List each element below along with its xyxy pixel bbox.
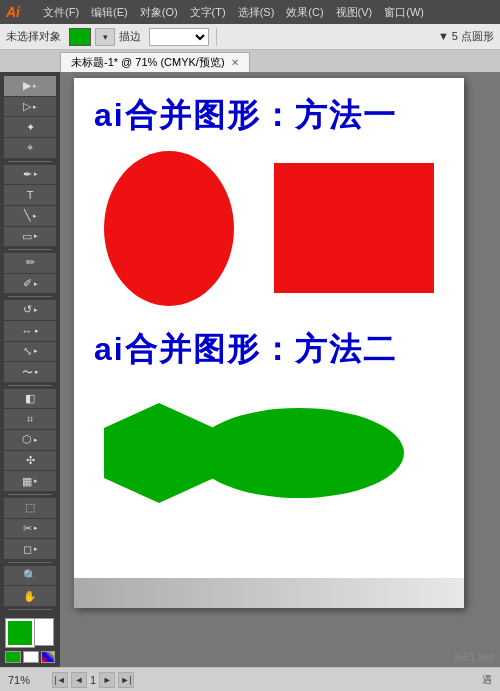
gradient-indicator[interactable] xyxy=(41,651,55,663)
tool-separator-3 xyxy=(8,296,52,297)
menu-select[interactable]: 选择(S) xyxy=(233,3,280,22)
reflect-sub-icon: ▸ xyxy=(35,327,39,335)
type-tool-btn[interactable]: T xyxy=(4,185,56,205)
stroke-indicator[interactable] xyxy=(23,651,39,663)
mesh-btn[interactable]: ⌗ xyxy=(4,409,56,429)
color-area[interactable] xyxy=(4,617,56,648)
direct-select-icon: ▷ xyxy=(23,100,31,113)
canvas-container: ai合并图形：方法一 ai合并图形：方法二 xyxy=(60,72,500,667)
options-bar: 未选择对象 ▾ 描边 ▼ 5 点圆形 xyxy=(0,24,500,50)
pencil-btn[interactable]: ✐ ▸ xyxy=(4,274,56,294)
stroke-dropdown[interactable] xyxy=(149,28,209,46)
green-merged-shape[interactable] xyxy=(104,393,414,513)
title-bar: Ai 文件(F) 编辑(E) 对象(O) 文字(T) 选择(S) 效果(C) 视… xyxy=(0,0,500,24)
fill-indicator[interactable] xyxy=(5,651,21,663)
green-ellipse-shape xyxy=(194,408,404,498)
page-number: 1 xyxy=(90,674,96,686)
reflect-icon: ↔ xyxy=(22,325,33,337)
artboard-btn[interactable]: ⬚ xyxy=(4,498,56,518)
foreground-color-swatch[interactable] xyxy=(6,619,34,647)
left-toolbar: ▶ ▸ ▷ ▸ ✦ ⌖ ✒ ▸ T ╲ ▸ ▭ ▸ ✏ xyxy=(0,72,60,667)
separator xyxy=(216,28,217,46)
scale-btn[interactable]: ⤡ ▸ xyxy=(4,342,56,362)
tab-bar: 未标题-1* @ 71% (CMYK/预览) ✕ xyxy=(0,50,500,72)
lasso-btn[interactable]: ⌖ xyxy=(4,138,56,158)
menu-text[interactable]: 文字(T) xyxy=(185,3,231,22)
menu-object[interactable]: 对象(O) xyxy=(135,3,183,22)
paintbrush-btn[interactable]: ✏ xyxy=(4,253,56,273)
pencil-icon: ✐ xyxy=(23,277,32,290)
menu-bar[interactable]: 文件(F) 编辑(E) 对象(O) 文字(T) 选择(S) 效果(C) 视图(V… xyxy=(38,3,494,22)
menu-effect[interactable]: 效果(C) xyxy=(281,3,328,22)
warp-btn[interactable]: 〜 ▸ xyxy=(4,362,56,382)
line-tool-btn[interactable]: ╲ ▸ xyxy=(4,206,56,226)
shapes-group-1 xyxy=(84,148,454,308)
menu-window[interactable]: 窗口(W) xyxy=(379,3,429,22)
lasso-icon: ⌖ xyxy=(27,141,33,154)
next-page-btn[interactable]: ► xyxy=(99,672,115,688)
direct-select-btn[interactable]: ▷ ▸ xyxy=(4,97,56,117)
brush-label: ▼ 5 点圆形 xyxy=(438,29,494,44)
scale-icon: ⤡ xyxy=(23,345,32,358)
warp-sub-icon: ▸ xyxy=(35,368,39,376)
reflect-btn[interactable]: ↔ ▸ xyxy=(4,321,56,341)
rotate-sub-icon: ▸ xyxy=(34,306,38,314)
stroke-color-box[interactable] xyxy=(69,28,91,46)
direct-sub-icon: ▸ xyxy=(33,103,37,111)
select-icon: ▶ xyxy=(23,79,31,92)
zoom-btn[interactable]: 🔍 xyxy=(4,566,56,586)
canvas-document[interactable]: ai合并图形：方法一 ai合并图形：方法二 xyxy=(74,78,464,608)
watermark-label: jb51.net xyxy=(455,651,494,663)
app-logo: Ai xyxy=(6,4,34,20)
tool-separator-5 xyxy=(8,494,52,495)
pen-tool-btn[interactable]: ✒ ▸ xyxy=(4,165,56,185)
artboard-icon: ⬚ xyxy=(25,501,35,514)
blend-btn[interactable]: ⬡ ▸ xyxy=(4,430,56,450)
blend-sub-icon: ▸ xyxy=(34,436,38,444)
first-page-btn[interactable]: |◄ xyxy=(52,672,68,688)
active-tab[interactable]: 未标题-1* @ 71% (CMYK/预览) ✕ xyxy=(60,52,250,72)
tool-separator-1 xyxy=(8,161,52,162)
graph-sub-icon: ▸ xyxy=(34,477,38,485)
eyedropper-btn[interactable]: ✣ xyxy=(4,451,56,471)
red-rectangle-shape[interactable] xyxy=(274,163,434,293)
status-bar: 71% |◄ ◄ 1 ► ►| 遇 xyxy=(0,667,500,691)
tab-close-btn[interactable]: ✕ xyxy=(231,57,239,68)
eraser-sub-icon: ▸ xyxy=(34,545,38,553)
hand-btn[interactable]: ✋ xyxy=(4,586,56,606)
pen-icon: ✒ xyxy=(23,168,32,181)
tab-title: 未标题-1* @ 71% (CMYK/预览) xyxy=(71,55,225,70)
magic-wand-btn[interactable]: ✦ xyxy=(4,117,56,137)
slice-icon: ✂ xyxy=(23,522,32,535)
selection-label: 未选择对象 xyxy=(6,29,61,44)
line-icon: ╲ xyxy=(24,209,31,222)
page-navigation[interactable]: |◄ ◄ 1 ► ►| xyxy=(52,672,134,688)
pen-sub-icon: ▸ xyxy=(34,170,38,178)
main-area: ▶ ▸ ▷ ▸ ✦ ⌖ ✒ ▸ T ╲ ▸ ▭ ▸ ✏ xyxy=(0,72,500,667)
mesh-icon: ⌗ xyxy=(27,413,33,426)
last-page-btn[interactable]: ►| xyxy=(118,672,134,688)
menu-edit[interactable]: 编辑(E) xyxy=(86,3,133,22)
menu-view[interactable]: 视图(V) xyxy=(331,3,378,22)
pencil-sub-icon: ▸ xyxy=(34,280,38,288)
magic-wand-icon: ✦ xyxy=(26,121,35,134)
bottom-gradient-bar xyxy=(74,578,464,608)
menu-file[interactable]: 文件(F) xyxy=(38,3,84,22)
shape-tool-btn[interactable]: ▭ ▸ xyxy=(4,227,56,247)
select-sub-icon: ▸ xyxy=(33,82,37,90)
type-icon: T xyxy=(27,189,34,201)
slice-btn[interactable]: ✂ ▸ xyxy=(4,519,56,539)
gradient-btn[interactable]: ◧ xyxy=(4,389,56,409)
eraser-btn[interactable]: ◻ ▸ xyxy=(4,539,56,559)
red-ellipse-shape[interactable] xyxy=(104,151,234,306)
graph-btn[interactable]: ▦ ▸ xyxy=(4,471,56,491)
slice-sub-icon: ▸ xyxy=(34,524,38,532)
prev-page-btn[interactable]: ◄ xyxy=(71,672,87,688)
select-tool-btn[interactable]: ▶ ▸ xyxy=(4,76,56,96)
eyedropper-icon: ✣ xyxy=(26,454,35,467)
warp-icon: 〜 xyxy=(22,365,33,380)
stroke-arrow-btn[interactable]: ▾ xyxy=(95,28,115,46)
shapes-group-2 xyxy=(104,388,444,518)
rotate-btn[interactable]: ↺ ▸ xyxy=(4,300,56,320)
canvas-heading-1: ai合并图形：方法一 xyxy=(94,94,397,138)
